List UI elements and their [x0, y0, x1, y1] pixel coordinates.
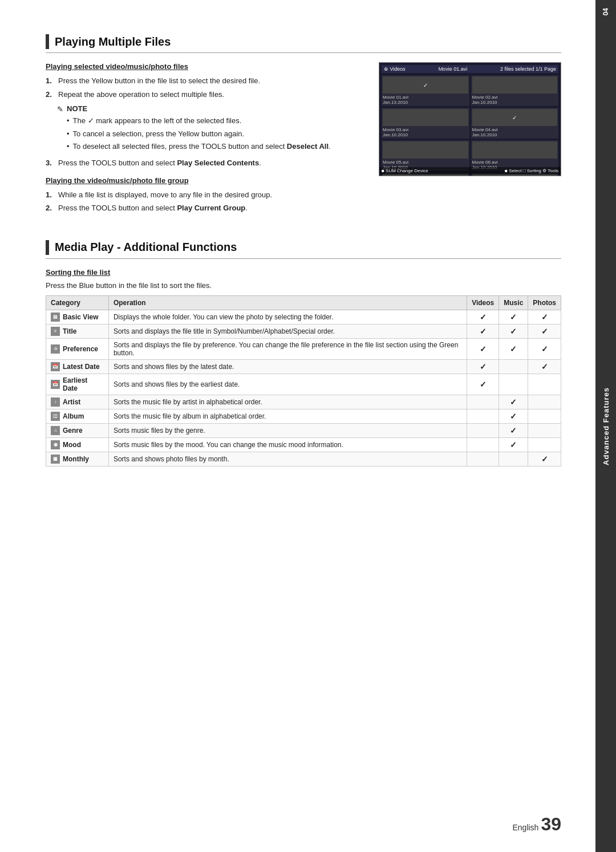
- music-cell-6: ✓: [499, 409, 528, 423]
- step-2-2: 2. Press the TOOLS button and select Pla…: [46, 202, 367, 214]
- thumb-3: [383, 109, 468, 126]
- page-container: Playing Multiple Files Playing selected …: [0, 0, 616, 852]
- main-content: Playing Multiple Files Playing selected …: [0, 0, 595, 852]
- music-cell-3: [499, 359, 528, 374]
- videos-cell-7: [467, 423, 499, 437]
- footer-pagenum: 39: [541, 814, 561, 835]
- music-cell-7: ✓: [499, 423, 528, 437]
- screenshot-item-2: Movie 02.aviJan.10.2010: [471, 75, 559, 106]
- side-tab-text: Advanced Features: [602, 387, 610, 465]
- videos-cell-6: [467, 409, 499, 423]
- step3-container: 3. Press the TOOLS button and select Pla…: [46, 159, 367, 167]
- photos-cell-7: [528, 423, 561, 437]
- sort-title: Sorting the file list: [46, 268, 561, 277]
- category-cell-7: ♫Genre: [46, 423, 109, 437]
- table-row: ♫GenreSorts music files by the genre.✓: [46, 423, 561, 437]
- videos-cell-0: ✓: [467, 310, 499, 324]
- table-row: 📅Earliest DateSorts and shows files by t…: [46, 374, 561, 395]
- info-1: Movie 01.aviJan.13.2010: [383, 95, 468, 105]
- category-cell-3: 📅Latest Date: [46, 359, 109, 374]
- screenshot-item-1: ✓ Movie 01.aviJan.13.2010: [382, 75, 469, 106]
- subsection2: Playing the video/music/photo file group…: [46, 176, 367, 214]
- thumb-2: [472, 76, 558, 94]
- screenshot-filename: Movie 01.avi: [439, 66, 468, 72]
- music-cell-5: ✓: [499, 395, 528, 409]
- operation-cell-6: Sorts the music file by album in alphabe…: [108, 409, 467, 423]
- music-cell-0: ✓: [499, 310, 528, 324]
- sort-intro: Press the Blue button in the file list t…: [46, 281, 561, 290]
- note-bullet-1: The ✓ mark appears to the left of the se…: [67, 115, 331, 127]
- left-col: Playing selected video/music/photo files…: [46, 62, 367, 223]
- category-cell-1: ≡Title: [46, 324, 109, 338]
- note-content: NOTE The ✓ mark appears to the left of t…: [67, 104, 331, 154]
- section2-title: Media Play - Additional Functions: [55, 241, 237, 254]
- info-2: Movie 02.aviJan.10.2010: [472, 95, 558, 105]
- table-row: 📅Latest DateSorts and shows files by the…: [46, 359, 561, 374]
- operation-cell-0: Displays the whole folder. You can view …: [108, 310, 467, 324]
- col-photos: Photos: [528, 295, 561, 310]
- music-cell-4: [499, 374, 528, 395]
- note-icon: ✎: [57, 105, 63, 113]
- table-row: ◉MoodSorts music files by the mood. You …: [46, 437, 561, 452]
- section2-bar: [46, 240, 49, 255]
- col-category: Category: [46, 295, 109, 310]
- footer-english: English: [512, 823, 538, 832]
- sort-table: Category Operation Videos Music Photos ▤…: [46, 295, 561, 466]
- music-cell-9: [499, 452, 528, 466]
- category-cell-8: ◉Mood: [46, 437, 109, 452]
- step-3: 3. Press the TOOLS button and select Pla…: [46, 159, 367, 167]
- check-4: ✓: [512, 115, 517, 121]
- music-cell-1: ✓: [499, 324, 528, 338]
- step-1: 1. Press the Yellow button in the file l…: [46, 75, 367, 87]
- videos-cell-9: [467, 452, 499, 466]
- category-cell-0: ▤Basic View: [46, 310, 109, 324]
- screenshot-item-3: Movie 03.aviJan.10.2010: [382, 108, 469, 139]
- table-row: ♪ArtistSorts the music file by artist in…: [46, 395, 561, 409]
- step-2: 2. Repeat the above operation to select …: [46, 89, 367, 100]
- videos-cell-2: ✓: [467, 338, 499, 359]
- screenshot-header: ⊕ Videos Movie 01.avi 2 files selected 1…: [382, 65, 558, 73]
- screenshot-box: ⊕ Videos Movie 01.avi 2 files selected 1…: [379, 62, 561, 176]
- footer-left: ■ SUM Change Device: [382, 168, 428, 173]
- thumb-5: [383, 141, 468, 159]
- category-cell-2: ☆Preference: [46, 338, 109, 359]
- steps-list-2: 1. While a file list is displayed, move …: [46, 189, 367, 214]
- music-cell-8: ✓: [499, 437, 528, 452]
- photos-cell-6: [528, 409, 561, 423]
- subsection1-title: Playing selected video/music/photo files: [46, 62, 367, 71]
- check-1: ✓: [423, 82, 428, 88]
- section1-header: Playing Multiple Files: [46, 34, 561, 53]
- photos-cell-3: ✓: [528, 359, 561, 374]
- screenshot-grid: ✓ Movie 01.aviJan.13.2010 Movie 02.aviJa…: [382, 75, 558, 176]
- videos-cell-3: ✓: [467, 359, 499, 374]
- screenshot-item-6: Movie 06.aviJan.10.2010: [471, 140, 559, 171]
- info-3: Movie 03.aviJan.10.2010: [383, 127, 468, 137]
- music-cell-2: ✓: [499, 338, 528, 359]
- info-4: Movie 04.aviJan.10.2010: [472, 127, 558, 137]
- table-header-row: Category Operation Videos Music Photos: [46, 295, 561, 310]
- chapter-num: 04: [602, 8, 610, 15]
- screenshot-footer: ■ SUM Change Device ■ Select □ Sorting ⚙…: [379, 167, 561, 175]
- category-cell-5: ♪Artist: [46, 395, 109, 409]
- subsection1: Playing selected video/music/photo files…: [46, 62, 367, 167]
- photos-cell-2: ✓: [528, 338, 561, 359]
- screenshot-item-4: ✓ Movie 04.aviJan.10.2010: [471, 108, 559, 139]
- operation-cell-3: Sorts and shows files by the latest date…: [108, 359, 467, 374]
- screenshot-item-5: Movie 05.aviJan.10.2010: [382, 140, 469, 171]
- operation-cell-5: Sorts the music file by artist in alphab…: [108, 395, 467, 409]
- steps-list-1: 1. Press the Yellow button in the file l…: [46, 75, 367, 100]
- note-block: ✎ NOTE The ✓ mark appears to the left of…: [57, 104, 367, 154]
- section2-spacing: Media Play - Additional Functions Sortin…: [46, 240, 561, 466]
- table-row: ▦MonthlySorts and shows photo files by m…: [46, 452, 561, 466]
- note-bullet-2: To cancel a selection, press the Yellow …: [67, 128, 331, 140]
- operation-cell-2: Sorts and displays the file by preferenc…: [108, 338, 467, 359]
- section1-bar: [46, 34, 49, 49]
- table-row: ☆PreferenceSorts and displays the file b…: [46, 338, 561, 359]
- photos-cell-0: ✓: [528, 310, 561, 324]
- thumb-1: ✓: [383, 76, 468, 94]
- table-row: ▤Basic ViewDisplays the whole folder. Yo…: [46, 310, 561, 324]
- operation-cell-4: Sorts and shows files by the earliest da…: [108, 374, 467, 395]
- page-footer: English 39: [512, 814, 561, 835]
- section2-header: Media Play - Additional Functions: [46, 240, 561, 259]
- photos-cell-5: [528, 395, 561, 409]
